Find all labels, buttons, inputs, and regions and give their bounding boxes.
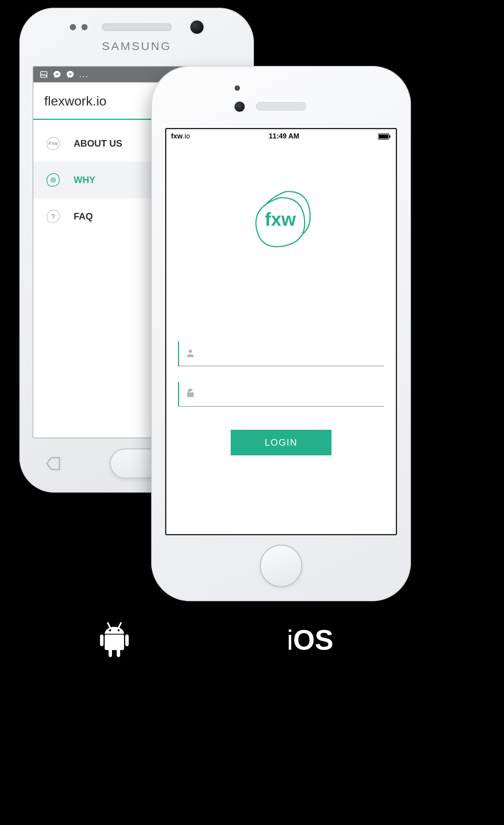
- svg-point-13: [109, 629, 111, 631]
- carrier-label: fxw.io: [171, 132, 190, 140]
- android-speaker: [102, 23, 172, 31]
- svg-rect-16: [100, 635, 104, 646]
- svg-line-12: [119, 623, 121, 628]
- svg-rect-10: [187, 392, 193, 397]
- proximity-sensor: [235, 85, 240, 91]
- menu-item-label: ABOUT US: [74, 138, 122, 149]
- iphone-home-button[interactable]: [260, 545, 302, 587]
- battery-icon: [378, 133, 391, 140]
- password-input[interactable]: [196, 389, 384, 398]
- ios-label: iiOSOS: [287, 624, 333, 656]
- username-field-wrap: [178, 341, 384, 366]
- iphone-top-area: [151, 66, 411, 128]
- menu-item-label: WHY: [74, 175, 95, 185]
- carrier-strong: fxw: [171, 132, 183, 140]
- android-front-camera: [190, 21, 204, 34]
- ellipsis-icon: ...: [79, 69, 88, 80]
- iphone-frame: fxw.io 11:49 AM fxw: [151, 66, 411, 601]
- svg-text:?: ?: [51, 213, 55, 220]
- login-button[interactable]: LOGIN: [231, 430, 331, 455]
- user-icon: [185, 348, 196, 360]
- fxw-icon: Fxw: [44, 135, 62, 152]
- menu-item-label: FAQ: [74, 211, 93, 222]
- sensor-dot: [70, 24, 76, 30]
- username-input[interactable]: [196, 349, 384, 358]
- svg-rect-18: [109, 649, 112, 657]
- password-field-wrap: [178, 382, 384, 406]
- back-button[interactable]: [43, 452, 66, 475]
- login-form: [166, 341, 396, 406]
- front-camera: [235, 102, 245, 112]
- target-icon: [44, 171, 62, 189]
- svg-rect-19: [117, 649, 120, 657]
- carrier-light: .io: [183, 132, 190, 140]
- clock: 11:49 AM: [269, 132, 299, 140]
- svg-point-14: [117, 629, 119, 631]
- svg-rect-15: [105, 635, 124, 650]
- platform-labels: iiOSOS: [19, 617, 411, 663]
- svg-point-4: [53, 180, 54, 180]
- messenger-icon: [66, 70, 74, 79]
- android-logo-icon: [97, 621, 132, 659]
- svg-rect-17: [125, 635, 129, 646]
- svg-line-11: [108, 623, 110, 628]
- android-top-area: SAMSUNG: [19, 8, 254, 66]
- ios-status-bar: fxw.io 11:49 AM: [166, 129, 396, 144]
- sensor-dot: [81, 24, 88, 30]
- lock-open-icon: [185, 388, 196, 400]
- svg-rect-8: [389, 135, 390, 138]
- iphone-screen: fxw.io 11:49 AM fxw: [165, 128, 397, 535]
- android-sensors: [70, 24, 88, 30]
- question-icon: ?: [44, 208, 62, 225]
- app-logo: fxw: [166, 182, 396, 260]
- iphone-speaker: [256, 102, 306, 111]
- svg-rect-7: [379, 135, 388, 138]
- android-brand-label: SAMSUNG: [102, 40, 172, 53]
- svg-text:Fxw: Fxw: [48, 141, 58, 146]
- svg-point-9: [189, 349, 192, 353]
- logo-text: fxw: [265, 209, 296, 230]
- image-icon: [40, 70, 48, 79]
- messenger-icon: [53, 70, 61, 79]
